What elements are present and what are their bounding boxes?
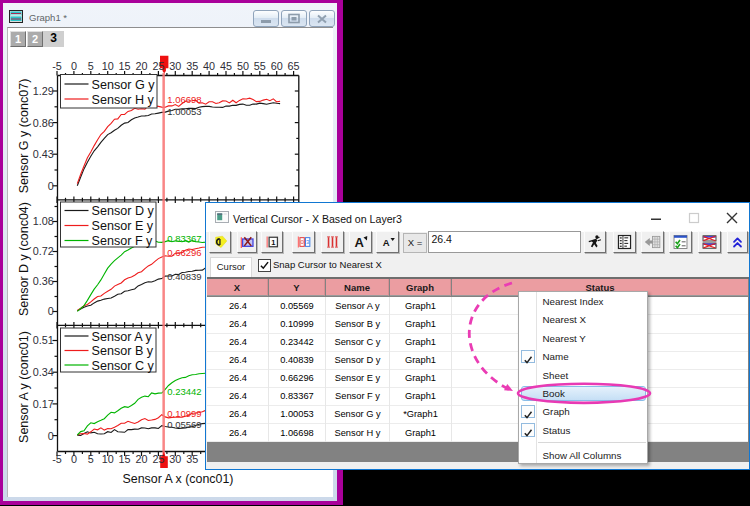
svg-text:0.83367: 0.83367	[167, 233, 201, 244]
svg-text:0.51: 0.51	[33, 334, 54, 346]
svg-text:Sensor E y: Sensor E y	[92, 219, 154, 233]
svg-text:1.29: 1.29	[33, 85, 54, 97]
svg-text:10: 10	[102, 453, 114, 465]
svg-text:50: 50	[237, 60, 249, 72]
svg-text:5: 5	[88, 60, 94, 72]
svg-text:-5: -5	[52, 453, 62, 465]
svg-text:45: 45	[220, 60, 232, 72]
svg-text:15: 15	[119, 453, 131, 465]
svg-text:Sensor D y (conc04): Sensor D y (conc04)	[17, 202, 31, 316]
svg-text:30: 30	[169, 60, 181, 72]
svg-text:A: A	[355, 235, 365, 250]
svg-text:Sensor G y: Sensor G y	[92, 78, 156, 92]
svg-text:0.86: 0.86	[33, 117, 54, 129]
svg-text:0.72: 0.72	[33, 245, 54, 257]
svg-text:5: 5	[88, 453, 94, 465]
svg-text:1: 1	[271, 238, 275, 247]
svg-text:0.66296: 0.66296	[167, 247, 201, 258]
svg-text:10: 10	[102, 60, 114, 72]
svg-text:-5: -5	[52, 60, 62, 72]
svg-text:Sensor A x (conc01): Sensor A x (conc01)	[123, 472, 234, 486]
svg-text:Sensor G y (conc07): Sensor G y (conc07)	[17, 79, 31, 194]
svg-text:Sensor A y (conc01): Sensor A y (conc01)	[17, 331, 31, 443]
svg-text:30: 30	[169, 453, 181, 465]
svg-text:1.00053: 1.00053	[167, 106, 201, 117]
svg-text:0.43: 0.43	[33, 148, 54, 160]
svg-text:60: 60	[271, 60, 283, 72]
svg-text:40: 40	[203, 60, 215, 72]
svg-text:Sensor F y: Sensor F y	[92, 234, 154, 248]
svg-text:1.06698: 1.06698	[167, 94, 201, 105]
svg-text:Sensor C y: Sensor C y	[92, 359, 155, 373]
svg-text:0.10999: 0.10999	[167, 408, 201, 419]
svg-text:25: 25	[152, 453, 164, 465]
svg-text:35: 35	[186, 453, 198, 465]
svg-text:0: 0	[71, 453, 77, 465]
svg-text:0: 0	[48, 180, 54, 192]
svg-text:0: 0	[48, 305, 54, 317]
svg-text:25: 25	[152, 60, 164, 72]
svg-text:Sensor D y: Sensor D y	[92, 204, 155, 218]
svg-text:0.40839: 0.40839	[167, 271, 201, 282]
svg-text:0.05569: 0.05569	[167, 419, 201, 430]
svg-text:15: 15	[119, 60, 131, 72]
svg-text:0.34: 0.34	[33, 366, 54, 378]
svg-text:65: 65	[288, 60, 300, 72]
svg-text:20: 20	[135, 60, 147, 72]
svg-text:20: 20	[135, 453, 147, 465]
svg-text:1.08: 1.08	[33, 215, 54, 227]
svg-text:Sensor H y: Sensor H y	[92, 93, 155, 107]
svg-text:0: 0	[71, 60, 77, 72]
svg-text:55: 55	[254, 60, 266, 72]
svg-text:Sensor A y: Sensor A y	[92, 330, 153, 344]
svg-text:0.23442: 0.23442	[167, 386, 201, 397]
svg-text:A: A	[383, 237, 390, 248]
svg-text:35: 35	[186, 60, 198, 72]
svg-text:Sensor B y: Sensor B y	[92, 344, 154, 358]
svg-text:0: 0	[48, 430, 54, 442]
svg-text:0.17: 0.17	[33, 398, 54, 410]
svg-text:0.36: 0.36	[33, 275, 54, 287]
